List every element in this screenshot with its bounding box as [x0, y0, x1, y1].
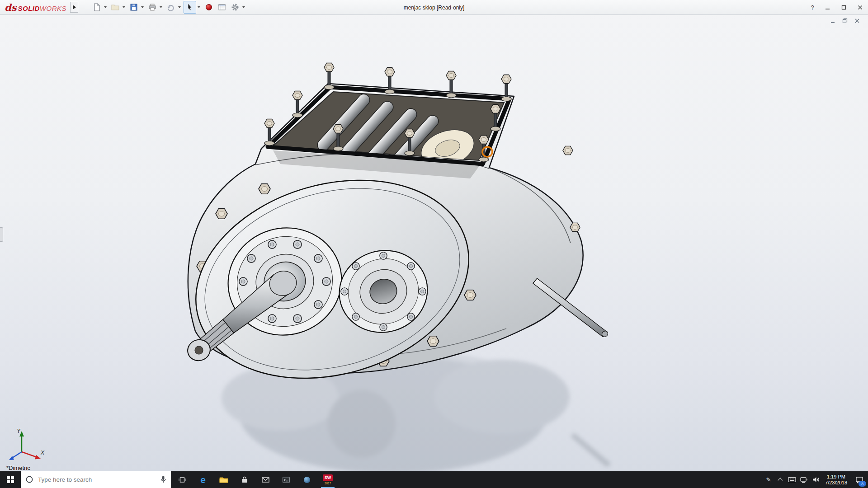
new-document-icon: [93, 3, 101, 11]
edge-icon: e: [200, 475, 206, 484]
minimize-button[interactable]: [819, 0, 835, 15]
document-title: menjac sklop [Read-only]: [404, 0, 465, 15]
speaker-icon: [812, 476, 820, 483]
document-window-controls: [829, 17, 861, 24]
undo-button[interactable]: [165, 1, 177, 13]
new-dropdown-caret[interactable]: [104, 6, 107, 8]
doc-minimize-button[interactable]: [829, 17, 836, 24]
quick-access-toolbar: [91, 1, 246, 14]
notification-badge: 3: [859, 481, 866, 487]
undo-icon: [167, 3, 175, 11]
clock-time: 1:19 PM: [827, 474, 845, 480]
windows-taskbar: e SW: [0, 471, 868, 488]
z-axis: [12, 452, 22, 458]
doc-restore-button[interactable]: [841, 17, 849, 24]
pen-icon: ✎: [766, 476, 771, 483]
save-icon: [130, 3, 138, 11]
x-axis: [22, 452, 37, 457]
keyboard-icon: [788, 477, 796, 483]
options-button[interactable]: [229, 1, 241, 13]
solidworks-app-icon: SW 2017: [323, 474, 333, 485]
close-button[interactable]: [852, 0, 868, 15]
chevron-up-icon: [778, 478, 783, 483]
clock-date: 7/23/2018: [825, 480, 847, 486]
app-sphere-button[interactable]: [297, 471, 317, 488]
file-explorer-icon: [219, 476, 228, 484]
design-table-button[interactable]: [216, 1, 228, 13]
solidworks-app-year: 2017: [325, 482, 331, 485]
mail-button[interactable]: [255, 471, 276, 488]
touch-keyboard-button[interactable]: [786, 471, 798, 488]
render-sphere-button[interactable]: [203, 1, 215, 13]
store-button[interactable]: [234, 471, 255, 488]
network-button[interactable]: [798, 471, 810, 488]
solidworks-app-label: SW: [323, 474, 333, 481]
volume-button[interactable]: [810, 471, 821, 488]
brand-mark: ds: [5, 2, 17, 13]
select-cursor-icon: [186, 3, 194, 11]
reference-triad: Y X: [4, 426, 47, 464]
action-center-button[interactable]: 3: [851, 471, 868, 488]
edge-button[interactable]: e: [193, 471, 213, 488]
close-icon: [858, 5, 863, 10]
solidworks-taskbar-button[interactable]: SW 2017: [317, 471, 338, 488]
undo-dropdown-caret[interactable]: [178, 6, 181, 8]
graphics-area[interactable]: Y X *Dimetric: [0, 15, 868, 471]
select-dropdown-caret[interactable]: [198, 6, 200, 8]
view-orientation-label: *Dimetric: [6, 465, 30, 471]
file-explorer-button[interactable]: [213, 471, 234, 488]
print-button[interactable]: [146, 1, 158, 13]
terminal-button[interactable]: [276, 471, 297, 488]
microphone-icon[interactable]: [159, 475, 167, 484]
new-document-button[interactable]: [91, 1, 103, 13]
start-button[interactable]: [0, 471, 21, 488]
windows-logo-icon: [7, 476, 14, 483]
feature-tree-collapsed-tab[interactable]: [0, 227, 3, 242]
doc-close-icon: [854, 18, 860, 23]
menu-flyout-button[interactable]: [70, 2, 78, 13]
maximize-icon: [841, 5, 846, 10]
taskbar-clock[interactable]: 1:19 PM 7/23/2018: [821, 474, 851, 486]
cortana-icon: [25, 475, 33, 483]
maximize-button[interactable]: [835, 0, 852, 15]
x-axis-label: X: [40, 450, 45, 456]
doc-minimize-icon: [830, 18, 835, 23]
titlebar: ds SOLID WORKS: [0, 0, 868, 15]
minimize-icon: [825, 5, 830, 10]
select-tool-button[interactable]: [184, 1, 196, 14]
store-bag-icon: [241, 476, 249, 484]
flyout-arrow-icon: [73, 5, 76, 9]
options-dropdown-caret[interactable]: [242, 6, 245, 8]
terminal-icon: [282, 476, 290, 483]
task-view-icon: [178, 476, 186, 484]
brand-works: WORKS: [40, 5, 66, 12]
network-icon: [800, 477, 808, 483]
search-input[interactable]: [21, 471, 171, 488]
taskbar-search[interactable]: [21, 471, 171, 488]
windows-ink-button[interactable]: ✎: [763, 471, 774, 488]
doc-close-button[interactable]: [853, 17, 861, 24]
brand-solid: SOLID: [18, 5, 40, 12]
mail-icon: [261, 476, 270, 483]
save-dropdown-caret[interactable]: [141, 6, 144, 8]
doc-restore-icon: [842, 18, 848, 23]
gearbox-model[interactable]: [0, 15, 868, 471]
system-tray: ✎ 1:19 PM 7/23/2018: [763, 471, 868, 488]
print-icon: [148, 3, 156, 11]
tray-overflow-button[interactable]: [774, 471, 786, 488]
task-view-button[interactable]: [172, 471, 193, 488]
open-dropdown-caret[interactable]: [123, 6, 125, 8]
app-sphere-icon: [303, 476, 311, 484]
open-button[interactable]: [109, 1, 121, 13]
y-axis-label: Y: [17, 428, 21, 434]
save-button[interactable]: [128, 1, 140, 13]
solidworks-logo: ds SOLID WORKS: [5, 2, 66, 13]
render-sphere-icon: [205, 4, 212, 11]
print-dropdown-caret[interactable]: [160, 6, 162, 8]
options-gear-icon: [231, 3, 239, 11]
open-folder-icon: [111, 3, 119, 11]
help-button[interactable]: ?: [806, 4, 819, 11]
design-table-icon: [218, 3, 226, 11]
window-controls: ?: [806, 0, 868, 15]
